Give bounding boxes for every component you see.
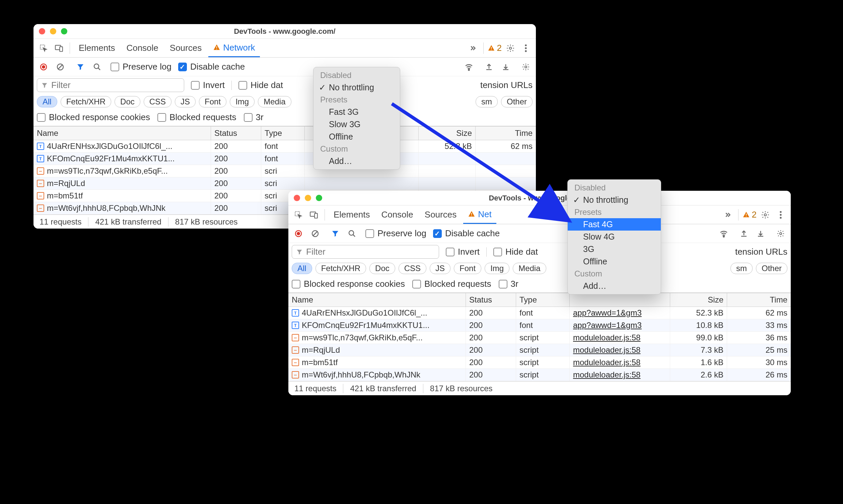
pill-other[interactable]: Other	[756, 263, 787, 274]
close-icon[interactable]	[39, 28, 45, 34]
upload-icon[interactable]	[737, 227, 751, 240]
blocked-cookies-checkbox[interactable]: Blocked response cookies	[292, 279, 405, 289]
hide-data-checkbox[interactable]: Hide dat	[493, 247, 538, 257]
col-size[interactable]: Size	[670, 293, 727, 307]
filter-icon[interactable]	[74, 60, 87, 74]
col-status[interactable]: Status	[211, 126, 261, 140]
more-tabs-icon[interactable]	[721, 208, 734, 221]
filter-input[interactable]: Filter	[37, 78, 184, 92]
close-icon[interactable]	[294, 195, 300, 201]
cell-initiator[interactable]: app?awwd=1&gm3	[570, 307, 670, 319]
menu-fast-4g[interactable]: Fast 4G	[568, 218, 661, 231]
pill-img[interactable]: Img	[485, 263, 509, 274]
blocked-requests-checkbox[interactable]: Blocked requests	[157, 112, 236, 123]
disable-cache-checkbox[interactable]: Disable cache	[433, 228, 500, 239]
tab-elements[interactable]: Elements	[74, 39, 120, 57]
warnings-badge[interactable]: 2	[742, 210, 757, 220]
pill-sm[interactable]: sm	[731, 263, 753, 274]
col-type[interactable]: Type	[261, 126, 305, 140]
download-icon[interactable]	[499, 60, 512, 74]
col-time[interactable]: Time	[476, 126, 536, 140]
tab-console[interactable]: Console	[122, 39, 163, 57]
preserve-log-checkbox[interactable]: Preserve log	[110, 61, 172, 72]
zoom-icon[interactable]	[61, 28, 67, 34]
pill-sm[interactable]: sm	[476, 96, 498, 107]
table-row[interactable]: ⋯m=Wt6vjf,hhhU8,FCpbqb,WhJNk 200 script …	[288, 369, 791, 381]
menu-add[interactable]: Add…	[314, 155, 400, 167]
pill-media[interactable]: Media	[258, 96, 291, 107]
filter-icon[interactable]	[329, 227, 342, 240]
pill-all[interactable]: All	[37, 96, 57, 107]
pill-css[interactable]: CSS	[399, 263, 426, 274]
download-icon[interactable]	[754, 227, 767, 240]
record-icon[interactable]	[292, 227, 305, 240]
pill-js[interactable]: JS	[430, 263, 451, 274]
pill-font[interactable]: Font	[454, 263, 481, 274]
disable-cache-checkbox[interactable]: Disable cache	[178, 61, 245, 72]
invert-checkbox[interactable]: Invert	[191, 80, 225, 90]
table-row[interactable]: ⋯m=RqjULd 200 script moduleloader.js:58 …	[288, 344, 791, 356]
menu-3g[interactable]: 3G	[568, 243, 661, 255]
device-toggle-icon[interactable]	[52, 41, 66, 55]
blocked-cookies-checkbox[interactable]: Blocked response cookies	[37, 112, 150, 123]
settings-small-icon[interactable]	[774, 227, 787, 240]
tab-sources[interactable]: Sources	[165, 39, 206, 57]
table-row[interactable]: ⋯m=ws9Tlc,n73qwf,GkRiKb,e5qF... 200 scri…	[288, 332, 791, 344]
pill-media[interactable]: Media	[513, 263, 546, 274]
wifi-icon[interactable]	[462, 60, 476, 74]
menu-offline[interactable]: Offline	[314, 130, 400, 143]
clear-icon[interactable]	[309, 227, 322, 240]
menu-slow-3g[interactable]: Slow 3G	[314, 118, 400, 130]
col-name[interactable]: Name	[288, 293, 466, 307]
wifi-icon[interactable]	[717, 227, 731, 240]
settings-icon[interactable]	[504, 41, 517, 55]
cell-initiator[interactable]: app?awwd=1&gm3	[570, 319, 670, 331]
cell-initiator[interactable]: moduleloader.js:58	[570, 369, 670, 381]
cell-initiator[interactable]: moduleloader.js:58	[570, 332, 670, 344]
kebab-icon[interactable]	[774, 208, 787, 221]
table-row[interactable]: ⋯m=bm51tf 200 script moduleloader.js:58 …	[288, 356, 791, 369]
zoom-icon[interactable]	[316, 195, 322, 201]
table-row[interactable]: ⋯m=RqjULd 200 scri	[34, 177, 536, 190]
upload-icon[interactable]	[482, 60, 496, 74]
cell-initiator[interactable]: moduleloader.js:58	[570, 356, 670, 368]
col-time[interactable]: Time	[727, 293, 791, 307]
inspect-icon[interactable]	[292, 208, 305, 221]
pill-css[interactable]: CSS	[144, 96, 172, 107]
pill-doc[interactable]: Doc	[369, 263, 395, 274]
menu-slow-4g[interactable]: Slow 4G	[568, 231, 661, 243]
tab-console[interactable]: Console	[376, 205, 418, 224]
thirdparty-checkbox[interactable]: 3r	[499, 279, 519, 289]
inspect-icon[interactable]	[37, 41, 50, 55]
preserve-log-checkbox[interactable]: Preserve log	[365, 228, 426, 239]
pill-font[interactable]: Font	[199, 96, 226, 107]
pill-js[interactable]: JS	[175, 96, 196, 107]
menu-add[interactable]: Add…	[568, 280, 661, 292]
search-icon[interactable]	[345, 227, 359, 240]
col-size[interactable]: Size	[419, 126, 476, 140]
hide-data-checkbox[interactable]: Hide dat	[239, 80, 283, 90]
table-row[interactable]: ⋯m=ws9Tlc,n73qwf,GkRiKb,e5qF... 200 scri	[34, 165, 536, 177]
invert-checkbox[interactable]: Invert	[446, 247, 480, 257]
blocked-requests-checkbox[interactable]: Blocked requests	[412, 279, 491, 289]
tab-network[interactable]: Network	[208, 39, 260, 57]
thirdparty-checkbox[interactable]: 3r	[244, 112, 264, 123]
clear-icon[interactable]	[54, 60, 67, 74]
minimize-icon[interactable]	[305, 195, 311, 201]
table-row[interactable]: T4UaRrENHsxJlGDuGo1OIlJfC6l_... 200 font…	[34, 140, 536, 152]
col-type[interactable]: Type	[516, 293, 570, 307]
tab-sources[interactable]: Sources	[420, 205, 461, 224]
tab-elements[interactable]: Elements	[329, 205, 374, 224]
menu-fast-3g[interactable]: Fast 3G	[314, 106, 400, 118]
pill-fetch[interactable]: Fetch/XHR	[316, 263, 366, 274]
menu-no-throttling[interactable]: ✓No throttling	[568, 194, 661, 206]
kebab-icon[interactable]	[519, 41, 532, 55]
filter-input[interactable]: Filter	[292, 245, 439, 259]
more-tabs-icon[interactable]	[466, 41, 479, 55]
table-row[interactable]: TKFOmCnqEu92Fr1Mu4mxKKTU1... 200 font ap…	[288, 319, 791, 332]
pill-fetch[interactable]: Fetch/XHR	[60, 96, 111, 107]
record-icon[interactable]	[37, 60, 50, 74]
table-row[interactable]: T4UaRrENHsxJlGDuGo1OIlJfC6l_... 200 font…	[288, 307, 791, 319]
menu-offline[interactable]: Offline	[568, 255, 661, 268]
pill-img[interactable]: Img	[230, 96, 254, 107]
